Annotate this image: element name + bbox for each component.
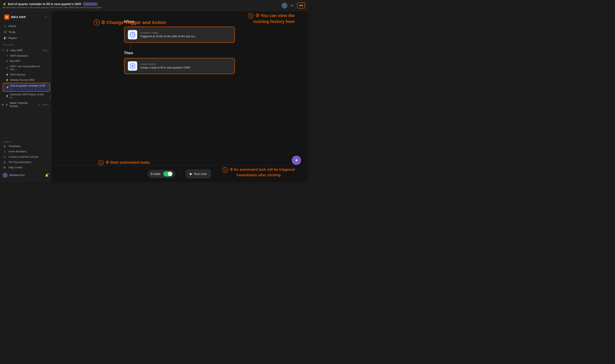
hash-icon: # [6,54,9,57]
group-header-slack[interactable]: ▶ ⊞ Slack Channel Sched... ⚠ 1piece [0,100,51,109]
group-name-vika-okr: Vika OKR [11,49,23,52]
run-icon: ▶ [190,172,192,176]
circle-2-icon: 2 [94,20,100,26]
bell-icon[interactable]: 🔔 [45,174,48,177]
enable-label: Enable [151,172,161,176]
trigger-type: Scheduler Trigger [140,31,231,34]
user-name: Member-Kon [9,174,25,177]
action-card[interactable]: Create mission Create a task to fill in … [124,58,235,74]
page-title: End of quarter reminder to fill in next … [8,2,81,6]
sidebar-item-generate-report[interactable]: ⚡ Generate OKR Report at the e... [2,92,50,100]
slack-group-name: Slack Channel Sched... [10,101,37,108]
invite-icon: ☺ [3,150,7,153]
templates-label: Templates [9,145,21,148]
sidebar-item-end-quarter[interactable]: ⚡ End of quarter reminder to fill ... [2,83,50,92]
group-header-vika-okr[interactable]: ▼ ⊞ Vika OKR 7piece [0,48,51,53]
header-title-area: ⚡ End of quarter reminder to fill in nex… [2,2,282,9]
brand-icon: B [4,14,9,20]
grid-icon-1: ⊞ [6,60,9,63]
okr-database-label: OKR Database [10,54,28,57]
sidebar-item-okr-review[interactable]: ⚡ OKR Review [2,72,50,77]
sidebar-item-templates[interactable]: ◎ Templates [0,143,51,149]
circle-3-icon: 3 [222,167,228,173]
scheduler-trigger-icon [130,32,136,38]
access-badge: Full Access [83,2,98,6]
trigger-card-info: Scheduler Trigger Triggered at 10:00 on … [140,31,231,38]
create-mission-icon [130,63,136,69]
bell-notification-dot [47,173,49,175]
trigger-desc: Triggered at 10:00 on the 25th of the la… [140,35,231,38]
okr-review-label: OKR Review [10,73,25,76]
sidebar-item-okr-responsible[interactable]: ⊞ OKR I am responsible for revi... [2,64,50,72]
toggle-knob [168,172,172,176]
home-icon: ⌂ [3,24,7,28]
sidebar-item-okr-database[interactable]: # OKR Database [2,53,50,58]
todo-icon: ☑ [3,30,7,34]
sidebar-item-help-center[interactable]: ⊞ Help Center [0,165,51,170]
lightning-icon-1: ⚡ [6,73,9,76]
api-docs-label: API Documentation [9,161,31,164]
weekly-review-label: Weekly Review OKR [10,78,35,81]
slack-grid-icon: ⊞ [5,103,8,106]
floating-plus-button[interactable]: ✦ [292,156,301,165]
lightning-icon-3: ⚡ [6,86,9,89]
explore-label: Explore [0,140,51,143]
report-icon: ◧ [3,36,7,39]
user-avatar-sidebar: 👤 [2,173,8,178]
main-layout: B BIKA OKR ∨ ⌂ Home ☑ To-do ◧ Report Res… [0,11,307,182]
templates-icon: ◎ [3,144,7,148]
sidebar-item-todo[interactable]: ☑ To-do [0,29,51,35]
group-chevron-icon: ▼ [2,49,4,52]
action-card-info: Create mission Create a task to fill in … [140,63,231,69]
lightning-icon-2: ⚡ [6,78,9,81]
grid-icon-2: ⊞ [6,66,9,69]
sidebar-item-api-docs[interactable]: ◎ API Documentation [0,159,51,165]
edit-button[interactable]: ✏ [290,2,295,8]
enable-toggle[interactable] [163,171,173,176]
help-center-label: Help Center [9,166,23,169]
sidebar-item-home[interactable]: ⌂ Home [0,23,51,29]
user-bar[interactable]: 👤 Member-Kon 🔔 [0,171,51,180]
resources-section: ▼ ⊞ Vika OKR 7piece # OKR Database ⊞ My … [0,47,51,110]
app-brand[interactable]: B BIKA OKR ∨ [2,13,48,21]
generate-report-label: Generate OKR Report at the e... [10,93,47,99]
header-actions: 👤 ✏ ••• [282,2,305,9]
sidebar-item-contact-service[interactable]: ◻ Contact customer service [0,154,51,159]
run-now-hint-text: ③ An automated task will be triggered im… [230,168,295,177]
enable-toggle-area: Enable [148,170,175,178]
slack-group-count: 1piece [42,103,49,106]
sidebar: B BIKA OKR ∨ ⌂ Home ☑ To-do ◧ Report Res… [0,11,51,182]
automation-header-icon: ⚡ [2,2,6,6]
sidebar-item-my-okr[interactable]: ⊞ My OKR [2,59,50,64]
warning-icon: ⚠ [38,103,41,106]
okr-responsible-label: OKR I am responsible for revi... [10,65,47,71]
run-now-label: Run now [194,172,207,176]
then-label: Then [124,51,133,55]
header: ⚡ End of quarter reminder to fill in nex… [0,0,307,11]
connector-line [130,43,131,49]
end-quarter-label: End of quarter reminder to fill ... [11,84,47,90]
trigger-card[interactable]: Scheduler Trigger Triggered at 10:00 on … [124,26,235,43]
action-type: Create mission [140,63,231,65]
brand-chevron-icon: ∨ [45,16,47,19]
action-desc: Create a task to fill in next quarter's … [140,66,231,69]
action-icon-wrap [128,61,137,71]
user-avatar-header[interactable]: 👤 [282,2,287,9]
content-area: 5 ⑤ You can view the running history her… [51,11,307,182]
my-okr-label: My OKR [10,60,20,63]
sidebar-item-weekly-review[interactable]: ⚡ Weekly Review OKR 1 Click [2,78,50,83]
automation-canvas: 2 ② Change Trigger and Action When Sched… [51,11,307,165]
home-label: Home [9,25,16,28]
group-count-vika: 7piece [42,49,49,52]
more-options-button[interactable]: ••• [297,2,305,9]
run-now-button[interactable]: ▶ Run now [186,169,211,178]
header-subtitle: Remind team members to fill in next quar… [2,6,282,9]
brand-name: BIKA OKR [11,15,26,19]
header-title-row: ⚡ End of quarter reminder to fill in nex… [2,2,282,6]
sidebar-item-invite-members[interactable]: ☺ Invite Members [0,149,51,154]
help-icon: ⊞ [3,166,7,169]
group-grid-icon: ⊞ [6,49,9,52]
slack-chevron-icon: ▶ [2,103,4,106]
report-label: Report [9,36,17,39]
sidebar-item-report[interactable]: ◧ Report [0,35,51,41]
